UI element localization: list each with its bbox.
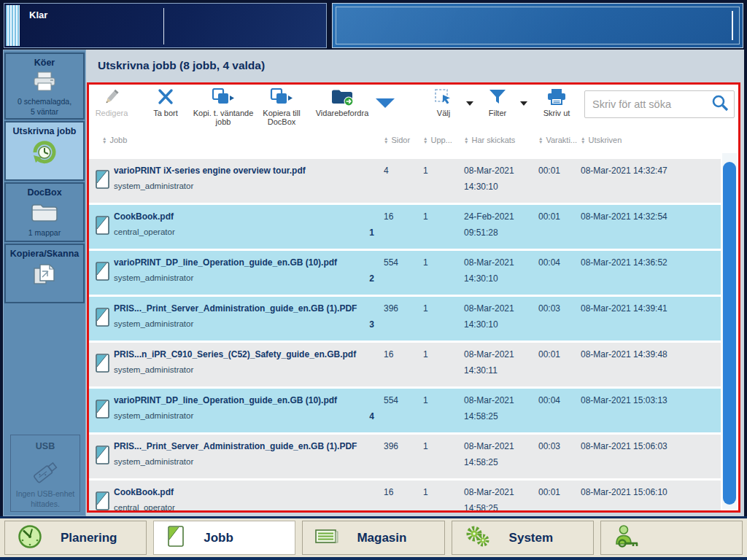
job-sent-cell: 08-Mar-202114:58:25 xyxy=(460,481,534,510)
job-sent-date: 08-Mar-2021 xyxy=(464,166,534,176)
job-row[interactable]: varioPRINT_DP_line_Operation_guide_en.GB… xyxy=(89,251,721,295)
job-sent-cell: 08-Mar-202114:30:10 xyxy=(460,159,534,203)
job-printed-time: 08-Mar-2021 14:36:52 xyxy=(576,251,721,295)
job-row-icon-cell xyxy=(89,343,114,386)
tab-planning[interactable]: Planering xyxy=(4,521,147,555)
printer-icon xyxy=(31,71,58,95)
copy-to-waiting-jobs-button[interactable]: Kopi. t. väntande jobb xyxy=(191,90,255,126)
status-panel: Klar xyxy=(4,3,327,48)
scrollbar-track[interactable] xyxy=(722,153,737,509)
tray-icon xyxy=(314,527,339,549)
column-header-jobb[interactable]: ▲▼Jobb xyxy=(89,136,378,144)
more-button[interactable] xyxy=(371,96,400,113)
tab-login[interactable] xyxy=(600,521,743,555)
more-icon xyxy=(374,96,396,112)
filter-dropdown-caret[interactable] xyxy=(519,97,529,110)
scrollbar-thumb[interactable] xyxy=(723,162,736,505)
print-button[interactable]: Skriv ut xyxy=(535,90,578,117)
job-row[interactable]: CookBook.pdfcentral_operator116124-Feb-2… xyxy=(89,205,721,249)
job-name: PRIS..._Print_Server_Administration_guid… xyxy=(114,441,359,451)
job-copies: 1 xyxy=(419,159,460,203)
job-row[interactable]: varioPRINT_DP_line_Operation_guide_en.GB… xyxy=(89,389,721,432)
print-button-icon-wrap xyxy=(546,90,567,107)
job-duration: 00:01 xyxy=(534,159,576,203)
job-row[interactable]: CookBook.pdfcentral_operator16108-Mar-20… xyxy=(89,481,721,510)
filter-button-label: Filter xyxy=(489,109,506,117)
job-row[interactable]: PRIS..._Print_Server_Administration_guid… xyxy=(89,435,721,478)
copy-to-waiting-jobs-button-label: Kopi. t. väntande jobb xyxy=(191,109,255,126)
selection-order xyxy=(359,481,378,510)
job-row[interactable]: PRIS...n_iPR_C910_Series_(C52)_Safety_gu… xyxy=(89,343,721,386)
tab-system[interactable]: System xyxy=(452,521,594,555)
selection-order xyxy=(359,435,378,478)
column-header-utskriven[interactable]: ▲▼Utskriven xyxy=(576,136,721,144)
select-button-icon-wrap xyxy=(434,90,453,107)
sort-icon: ▲▼ xyxy=(384,136,388,144)
job-copies: 1 xyxy=(419,435,460,478)
usb-label: USB xyxy=(11,435,80,451)
page-title: Utskrivna jobb (8 jobb, 4 valda) xyxy=(98,59,265,72)
copy-to-docbox-button[interactable]: Kopiera till DocBox xyxy=(255,90,308,126)
job-sent-time: 14:58:25 xyxy=(464,411,534,421)
forward-button[interactable]: Vidarebefordra xyxy=(308,90,376,117)
job-row-icon-cell xyxy=(89,159,114,203)
delete-button[interactable]: Ta bort xyxy=(143,90,188,117)
job-sent-date: 08-Mar-2021 xyxy=(464,349,534,359)
edit-button[interactable]: Redigera xyxy=(89,90,134,117)
sidebar-item-printed-jobs[interactable]: Utskrivna jobb xyxy=(4,121,85,181)
column-header-har-skickats[interactable]: ▲▼Har skickats xyxy=(460,136,534,144)
job-name: varioPRINT_DP_line_Operation_guide_en.GB… xyxy=(114,395,359,405)
info-panel-mark xyxy=(732,11,733,40)
job-copies: 1 xyxy=(419,343,460,386)
job-printed-time: 08-Mar-2021 14:39:48 xyxy=(576,343,721,386)
copy-to-waiting-jobs-button-icon-wrap xyxy=(212,90,235,107)
sidebar-item-icon-wrap xyxy=(6,198,83,228)
column-header-label: Utskriven xyxy=(588,136,622,144)
job-owner: system_administrator xyxy=(114,182,359,191)
job-name-cell: PRIS..._Print_Server_Administration_guid… xyxy=(114,297,359,341)
sidebar-item-docbox[interactable]: DocBox1 mappar xyxy=(4,182,85,242)
job-pages: 396 xyxy=(378,435,419,478)
selection-order: 3 xyxy=(359,297,378,341)
job-sent-time: 14:30:10 xyxy=(464,319,534,330)
column-header-upp[interactable]: ▲▼Upp... xyxy=(419,136,460,144)
user-key-icon xyxy=(613,524,640,552)
copier-icon xyxy=(31,262,58,289)
job-name: CookBook.pdf xyxy=(114,211,359,222)
sidebar-item-copy-scan[interactable]: Kopiera/Skanna xyxy=(4,244,85,303)
job-sent-cell: 08-Mar-202114:58:25 xyxy=(460,389,534,432)
usb-icon xyxy=(11,451,80,489)
document-icon xyxy=(166,525,186,551)
filter-button[interactable]: Filter xyxy=(479,90,516,117)
job-sent-cell: 08-Mar-202114:30:11 xyxy=(460,343,534,386)
job-pages: 554 xyxy=(378,389,419,432)
job-owner: central_operator xyxy=(114,503,359,510)
job-pages: 4 xyxy=(378,159,419,203)
job-row[interactable]: varioPRINT iX-series engine overview tou… xyxy=(89,159,721,203)
job-pages: 16 xyxy=(378,481,419,510)
column-header-label: Upp... xyxy=(430,136,452,144)
search-input[interactable] xyxy=(592,98,711,110)
job-copies: 1 xyxy=(419,389,460,432)
tab-trays[interactable]: Magasin xyxy=(302,521,444,555)
job-duration: 00:01 xyxy=(534,205,576,249)
tab-label: Planering xyxy=(61,531,117,545)
job-owner: system_administrator xyxy=(114,319,359,329)
column-header-varaktighet[interactable]: ▲▼Varakti... xyxy=(534,136,576,144)
job-row[interactable]: PRIS..._Print_Server_Administration_guid… xyxy=(89,297,721,341)
select-button[interactable]: Välj xyxy=(425,90,462,117)
sidebar-item-icon-wrap xyxy=(6,136,83,169)
job-row-icon-cell xyxy=(89,389,114,432)
job-printed-time: 08-Mar-2021 15:06:10 xyxy=(576,481,721,510)
job-copies: 1 xyxy=(419,251,460,295)
doc-page-icon xyxy=(96,228,110,238)
job-list: varioPRINT iX-series engine overview tou… xyxy=(89,159,721,510)
folder-forward-icon xyxy=(330,88,354,109)
copy-to-docbox-button-label: Kopiera till DocBox xyxy=(255,109,308,126)
tab-jobs[interactable]: Jobb xyxy=(153,521,295,555)
usb-icon xyxy=(28,455,62,487)
sidebar-item-queues[interactable]: Köer0 schemalagda, 5 väntar xyxy=(4,52,85,120)
select-dropdown-caret[interactable] xyxy=(465,97,475,110)
info-panel-inner xyxy=(336,7,740,44)
column-header-sidor[interactable]: ▲▼Sidor xyxy=(378,136,419,144)
